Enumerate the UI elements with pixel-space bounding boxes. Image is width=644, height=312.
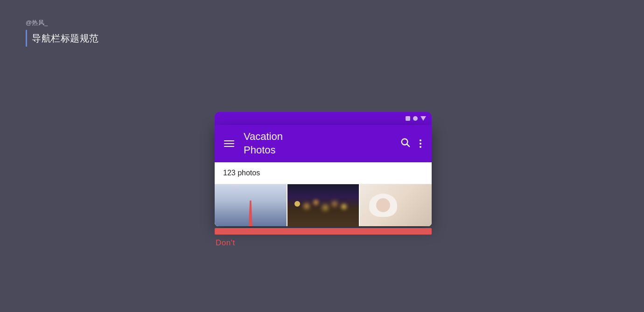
toolbar-title-line1: Vacation [244,130,390,144]
branding-handle: @热风_ [26,19,99,27]
dot-1 [420,139,421,141]
dot-3 [420,146,421,148]
photo-count: 123 photos [215,162,432,184]
branding-title-group: 导航栏标题规范 [26,30,99,47]
toolbar-title-line2: Photos [244,144,390,157]
app-card: Vacation Photos [215,125,432,226]
chrome-square-icon [406,116,410,121]
menu-icon[interactable] [222,139,236,149]
toolbar-title: Vacation Photos [244,130,390,157]
menu-line-2 [224,143,234,144]
branding-accent-bar [26,30,27,47]
mockup-wrapper: Vacation Photos [215,112,432,248]
photo-grid [215,184,432,226]
photo-cell-1 [215,184,287,226]
toolbar-actions [397,134,424,153]
menu-line-3 [224,146,234,147]
app-toolbar: Vacation Photos [215,125,432,162]
branding-title: 导航栏标题规范 [32,32,99,45]
more-options-icon[interactable] [417,137,424,151]
photo-cell-3 [360,184,432,226]
dont-label: Don't [215,238,235,248]
branding-section: @热风_ 导航栏标题规范 [26,19,99,47]
photo-cell-2 [287,184,359,226]
chrome-circle-icon [413,116,418,121]
window-chrome [215,112,432,125]
menu-line-1 [224,140,234,141]
dot-2 [420,143,421,145]
app-content: 123 photos [215,162,432,226]
dont-bar [215,228,432,235]
search-icon[interactable] [397,134,413,153]
svg-line-1 [407,144,409,146]
chrome-triangle-icon [420,116,426,121]
